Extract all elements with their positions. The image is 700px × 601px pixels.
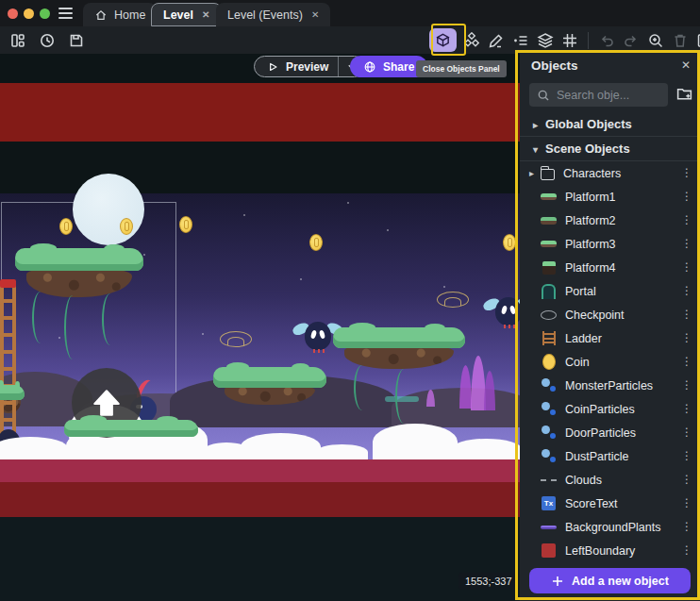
cloud-object[interactable] (451, 439, 522, 459)
folder-expand-arrow-icon: ▸ (529, 168, 541, 178)
platform-island-object[interactable] (213, 367, 326, 405)
object-item-DustParticle[interactable]: ▸ DustParticle (520, 444, 700, 468)
close-objects-panel-icon[interactable] (681, 58, 691, 72)
cloud-object[interactable] (316, 444, 368, 459)
cloud-object[interactable] (0, 437, 68, 459)
app-window: 1553;-337 Home Level Level (Events) (0, 0, 700, 601)
platform-island-object[interactable] (333, 327, 465, 369)
toggle-panels-icon[interactable] (8, 31, 27, 50)
grid-icon[interactable] (560, 31, 579, 50)
checkpoint-object[interactable] (437, 292, 469, 308)
object-thumbnail-icon (541, 425, 557, 441)
add-new-object-label: Add a new object (572, 575, 669, 588)
object-groups-icon[interactable] (462, 31, 481, 50)
object-options-kebab-icon[interactable] (681, 331, 692, 344)
object-item-Platform3[interactable]: ▸ Platform3 (520, 232, 700, 256)
zoom-in-icon[interactable] (646, 31, 665, 50)
coin-object[interactable] (120, 218, 133, 235)
object-options-kebab-icon[interactable] (681, 402, 692, 415)
objects-cube-icon (435, 32, 451, 48)
platform-island-object[interactable] (15, 248, 143, 297)
edit-scene-icon[interactable] (487, 31, 506, 50)
object-item-DoorParticles[interactable]: ▸ DoorParticles (520, 421, 700, 444)
object-options-kebab-icon[interactable] (681, 260, 692, 274)
object-item-label: DoorParticles (565, 426, 636, 440)
object-options-kebab-icon[interactable] (681, 426, 692, 439)
save-icon[interactable] (67, 31, 86, 50)
coin-object[interactable] (59, 218, 73, 235)
ladder-object[interactable] (0, 286, 16, 442)
play-icon (266, 60, 279, 74)
cloud-object[interactable] (241, 433, 321, 459)
object-item-Platform1[interactable]: ▸ Platform1 (520, 185, 700, 209)
expand-arrow-icon (533, 142, 538, 156)
object-options-kebab-icon[interactable] (681, 473, 692, 486)
object-item-label: ScoreText (565, 497, 618, 510)
tab-level[interactable]: Level (151, 3, 222, 26)
object-item-Platform2[interactable]: ▸ Platform2 (520, 209, 700, 232)
toggle-objects-panel-button[interactable] (429, 28, 457, 52)
object-options-kebab-icon[interactable] (681, 213, 692, 226)
object-options-kebab-icon[interactable] (681, 520, 692, 533)
collapse-arrow-icon (533, 117, 538, 131)
add-folder-icon[interactable] (675, 85, 693, 107)
object-item-LeftBoundary[interactable]: ▸ LeftBoundary (520, 539, 700, 562)
instances-list-icon[interactable] (511, 31, 530, 50)
object-options-kebab-icon[interactable] (681, 449, 692, 462)
project-history-icon[interactable] (38, 31, 57, 50)
moon-object[interactable] (73, 174, 144, 245)
object-item-label: DustParticle (565, 450, 628, 463)
coin-object[interactable] (309, 234, 323, 251)
tab-level-events[interactable]: Level (Events) (216, 3, 330, 26)
close-tab-icon[interactable] (311, 9, 319, 20)
global-objects-label: Global Objects (545, 117, 632, 131)
object-thumbnail-icon (541, 472, 557, 488)
close-tab-icon[interactable] (202, 9, 209, 20)
undo-icon[interactable] (597, 31, 616, 50)
scene-properties-icon[interactable] (695, 31, 700, 50)
object-item-Coin[interactable]: ▸ Coin (520, 350, 700, 374)
object-item-MonsterParticles[interactable]: ▸ MonsterParticles (520, 374, 700, 397)
object-item-BackgroundPlants[interactable]: ▸ BackgroundPlants (520, 515, 700, 539)
tab-home[interactable]: Home (83, 3, 157, 26)
object-item-label: Checkpoint (565, 309, 625, 322)
global-objects-section[interactable]: Global Objects (520, 112, 700, 137)
object-item-Checkpoint[interactable]: ▸ Checkpoint (520, 303, 700, 326)
zoom-window-button[interactable] (40, 8, 50, 19)
minimize-window-button[interactable] (24, 8, 34, 19)
object-options-kebab-icon[interactable] (681, 284, 692, 297)
cloud-object[interactable] (373, 424, 458, 459)
object-options-kebab-icon[interactable] (681, 166, 692, 179)
object-item-Platform4[interactable]: ▸ Platform4 (520, 256, 700, 279)
object-options-kebab-icon[interactable] (681, 308, 692, 321)
object-item-ScoreText[interactable]: ▸ ScoreText (520, 492, 700, 515)
preview-button-label: Preview (286, 60, 328, 74)
object-item-label: LeftBoundary (565, 544, 635, 558)
object-options-kebab-icon[interactable] (681, 190, 692, 203)
delete-icon[interactable] (671, 31, 690, 50)
main-menu-button[interactable] (58, 8, 73, 19)
object-options-kebab-icon[interactable] (681, 378, 692, 392)
object-options-kebab-icon[interactable] (681, 496, 692, 509)
scene-objects-section[interactable]: Scene Objects (520, 137, 700, 161)
object-search-box[interactable] (529, 83, 668, 107)
coin-object[interactable] (179, 216, 192, 233)
add-new-object-button[interactable]: Add a new object (529, 568, 691, 593)
object-thumbnail-icon (541, 354, 557, 370)
object-options-kebab-icon[interactable] (681, 237, 692, 250)
object-item-CoinParticles[interactable]: ▸ CoinParticles (520, 397, 700, 421)
redo-icon[interactable] (622, 31, 641, 50)
close-window-button[interactable] (8, 8, 18, 19)
layers-icon[interactable] (536, 31, 555, 50)
object-item-Ladder[interactable]: ▸ Ladder (520, 326, 700, 350)
object-item-Characters[interactable]: ▸ Characters (520, 161, 700, 185)
checkpoint-object[interactable] (220, 331, 252, 347)
tab-level-label: Level (163, 8, 193, 22)
object-options-kebab-icon[interactable] (681, 543, 692, 557)
coin-object[interactable] (503, 234, 516, 251)
object-search-input[interactable] (557, 89, 660, 102)
object-item-Clouds[interactable]: ▸ Clouds (520, 468, 700, 492)
object-options-kebab-icon[interactable] (681, 355, 692, 368)
preview-button[interactable]: Preview (254, 56, 365, 77)
object-item-Portal[interactable]: ▸ Portal (520, 279, 700, 303)
